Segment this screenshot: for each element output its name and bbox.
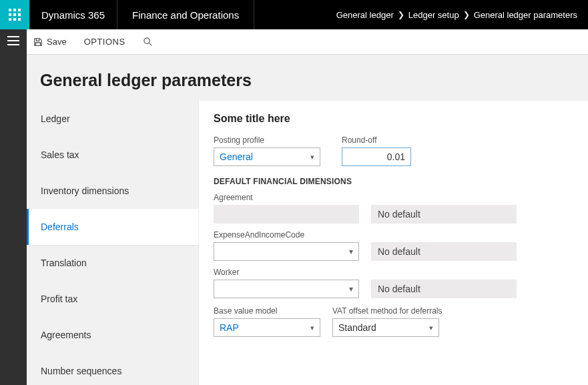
save-button[interactable]: Save	[27, 29, 73, 55]
dim-worker-default: No default	[371, 280, 517, 298]
chevron-down-icon: ▾	[349, 247, 353, 256]
dim-expense-default: No default	[371, 242, 517, 261]
module-label[interactable]: Finance and Operations	[117, 0, 254, 29]
toolbar: Save OPTIONS	[27, 29, 160, 54]
dim-label-expense: ExpenseAndIncomeCode	[214, 230, 575, 240]
tab-panel: Ledger Sales tax Inventory dimensions De…	[27, 101, 588, 385]
breadcrumb-item[interactable]: General ledger parameters	[474, 10, 577, 20]
action-pane: Save OPTIONS	[0, 29, 588, 55]
vat-offset-value: Standard	[338, 322, 376, 333]
app-header: Dynamics 365 Finance and Operations Gene…	[0, 0, 588, 29]
app-launcher[interactable]	[0, 0, 29, 29]
chevron-right-icon: ❯	[398, 10, 404, 19]
vat-offset-label: VAT offset method for deferrals	[332, 306, 443, 316]
base-value-model-value: RAP	[220, 322, 239, 333]
menu-icon[interactable]	[7, 36, 19, 45]
search-icon	[143, 37, 153, 47]
dim-label-worker: Worker	[214, 268, 575, 277]
round-off-input[interactable]	[342, 147, 411, 166]
svg-line-1	[149, 43, 152, 45]
posting-profile-label: Posting profile	[214, 135, 320, 145]
posting-profile-value: General	[220, 151, 253, 162]
svg-point-0	[144, 38, 150, 43]
base-value-model-select[interactable]: RAP ▾	[214, 318, 320, 337]
options-button[interactable]: OPTIONS	[75, 29, 135, 55]
dim-agreement-value	[214, 205, 359, 224]
round-off-label: Round-off	[342, 135, 411, 145]
page-content: General ledger parameters Ledger Sales t…	[27, 55, 588, 385]
side-tab-salestax[interactable]: Sales tax	[27, 137, 199, 173]
chevron-down-icon: ▾	[310, 153, 314, 161]
side-tab-deferrals[interactable]: Deferrals	[27, 209, 199, 245]
chevron-down-icon: ▾	[349, 284, 353, 294]
page-title: General ledger parameters	[27, 55, 588, 101]
posting-profile-select[interactable]: General ▾	[214, 147, 320, 166]
dim-agreement-default: No default	[371, 205, 517, 224]
chevron-right-icon: ❯	[463, 10, 470, 19]
chevron-down-icon: ▾	[310, 324, 314, 332]
brand-label[interactable]: Dynamics 365	[29, 0, 117, 29]
side-tab-translation[interactable]: Translation	[27, 245, 199, 281]
side-tab-number-sequences[interactable]: Number sequences	[27, 353, 199, 385]
side-tab-list: Ledger Sales tax Inventory dimensions De…	[27, 101, 199, 385]
chevron-down-icon: ▾	[429, 324, 433, 332]
breadcrumb-item[interactable]: General ledger	[336, 10, 394, 20]
side-tab-inventory-dimensions[interactable]: Inventory dimensions	[27, 173, 199, 209]
dim-worker-select[interactable]: ▾	[214, 280, 359, 298]
dim-label-agreement: Agreement	[214, 193, 575, 202]
dim-expense-select[interactable]: ▾	[214, 242, 359, 261]
dimensions-header: DEFAULT FINANCIAL DIMENSIONS	[214, 177, 575, 186]
waffle-icon	[9, 9, 21, 21]
form-area: Some title here Posting profile General …	[199, 101, 588, 385]
side-tab-agreements[interactable]: Agreements	[27, 317, 199, 353]
side-tab-profit-tax[interactable]: Profit tax	[27, 281, 199, 317]
base-value-model-label: Base value model	[214, 306, 320, 316]
left-rail	[0, 29, 27, 385]
breadcrumb: General ledger ❯ Ledger setup ❯ General …	[326, 0, 588, 29]
save-icon	[33, 37, 43, 47]
breadcrumb-item[interactable]: Ledger setup	[408, 10, 459, 20]
save-label: Save	[47, 37, 67, 47]
vat-offset-select[interactable]: Standard ▾	[332, 318, 439, 337]
search-button[interactable]	[136, 29, 160, 55]
section-title: Some title here	[214, 113, 575, 125]
side-tab-ledger[interactable]: Ledger	[27, 101, 199, 137]
